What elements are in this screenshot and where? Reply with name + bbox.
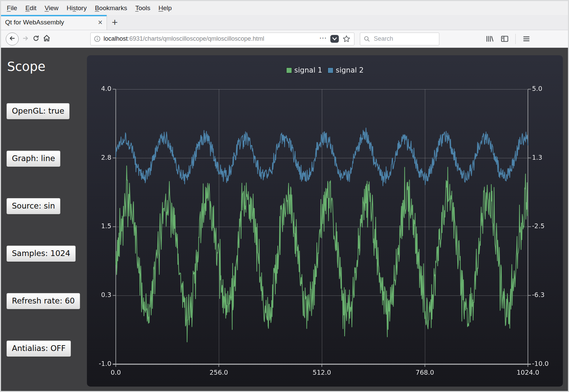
tab-close-icon[interactable]: × (98, 19, 103, 26)
menu-item-bookmarks[interactable]: Bookmarks (95, 4, 127, 12)
back-button[interactable] (6, 33, 19, 45)
menu-item-file[interactable]: File (7, 4, 17, 12)
legend-swatch (286, 67, 292, 73)
url-path: :6931/charts/qmloscilloscope/qmloscillos… (128, 35, 264, 42)
button-graph-line[interactable]: Graph: line (6, 151, 60, 167)
page-actions-icon[interactable]: ⋯ (319, 34, 327, 42)
search-input[interactable] (373, 35, 432, 43)
button-opengl-true[interactable]: OpenGL: true (6, 103, 70, 119)
tab-title: Qt for WebAssembly (5, 19, 95, 26)
sidebar-toggle-icon[interactable] (500, 35, 509, 43)
reload-icon (32, 35, 40, 43)
bookmark-star-icon[interactable] (342, 35, 351, 43)
home-button[interactable] (43, 34, 51, 43)
toolbar-right-group (485, 34, 531, 44)
navigation-toolbar: localhost:6931/charts/qmloscilloscope/qm… (1, 30, 568, 48)
pocket-icon[interactable] (330, 35, 339, 43)
menu-item-tools[interactable]: Tools (135, 4, 150, 12)
url-text: localhost:6931/charts/qmloscilloscope/qm… (104, 35, 317, 42)
oscilloscope-app: Scope OpenGL: trueGraph: lineSource: sin… (1, 48, 568, 391)
reload-button[interactable] (32, 35, 40, 43)
back-arrow-icon (8, 35, 16, 43)
legend-item-signal-2: signal 2 (328, 66, 364, 74)
browser-window: FileEditViewHistoryBookmarksToolsHelp Qt… (0, 0, 569, 392)
button-refresh-rate-60[interactable]: Refresh rate: 60 (6, 293, 80, 309)
new-tab-button[interactable]: + (107, 15, 123, 30)
home-icon (43, 34, 51, 43)
hamburger-menu-icon[interactable] (522, 35, 531, 43)
forward-button[interactable] (22, 35, 29, 43)
chart-panel: signal 1signal 2 (87, 55, 563, 387)
menu-item-history[interactable]: History (67, 4, 87, 12)
button-samples-1024[interactable]: Samples: 1024 (6, 246, 76, 262)
control-buttons: OpenGL: trueGraph: lineSource: sinSample… (6, 103, 80, 357)
menu-item-help[interactable]: Help (159, 4, 172, 12)
legend-swatch (328, 67, 333, 73)
search-icon (364, 36, 370, 42)
chart-legend: signal 1signal 2 (87, 66, 563, 74)
library-icon[interactable] (485, 35, 494, 43)
menu-bar: FileEditViewHistoryBookmarksToolsHelp (1, 1, 568, 15)
oscilloscope-canvas (87, 55, 563, 387)
legend-label: signal 1 (294, 66, 322, 74)
button-source-sin[interactable]: Source: sin (6, 198, 60, 214)
toolbar-separator (515, 34, 516, 44)
tab-qt-for-webassembly[interactable]: Qt for WebAssembly × (1, 15, 107, 30)
url-bar[interactable]: localhost:6931/charts/qmloscilloscope/qm… (90, 33, 354, 45)
search-box[interactable] (360, 33, 439, 45)
tab-bar: Qt for WebAssembly × + (1, 15, 568, 30)
site-info-icon[interactable] (94, 36, 100, 42)
legend-label: signal 2 (336, 66, 364, 74)
url-host: localhost (104, 35, 128, 42)
menu-item-edit[interactable]: Edit (25, 4, 37, 12)
button-antialias-off[interactable]: Antialias: OFF (6, 340, 71, 357)
active-tab-indicator (1, 15, 107, 16)
page-title: Scope (7, 59, 45, 74)
legend-item-signal-1: signal 1 (286, 66, 322, 74)
forward-arrow-icon (22, 35, 29, 43)
menu-item-view[interactable]: View (44, 4, 58, 12)
